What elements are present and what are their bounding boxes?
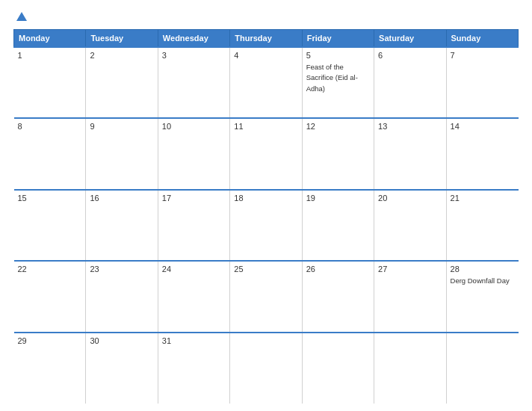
calendar-cell: 17 [158, 190, 229, 261]
calendar-cell: 7 [446, 47, 518, 118]
calendar-cell: 13 [374, 118, 446, 189]
calendar-cell: 11 [230, 118, 302, 189]
day-number: 18 [234, 194, 297, 203]
event-text: Feast of the Sacrifice (Eid al-Adha) [306, 63, 358, 93]
calendar-cell: 25 [230, 261, 302, 332]
week-row-4: 22232425262728Derg Downfall Day [14, 261, 519, 332]
logo-triangle-icon [16, 12, 27, 21]
calendar-cell: 30 [86, 333, 158, 404]
calendar-cell: 19 [302, 190, 374, 261]
calendar-cell: 6 [374, 47, 446, 118]
day-number: 14 [451, 122, 515, 131]
calendar-cell: 31 [158, 333, 229, 404]
week-row-3: 15161718192021 [14, 190, 519, 261]
day-number: 4 [234, 51, 297, 60]
weekday-header-sunday: Sunday [446, 30, 518, 48]
calendar-cell: 5Feast of the Sacrifice (Eid al-Adha) [302, 47, 374, 118]
day-number: 22 [18, 265, 82, 274]
calendar-cell [374, 333, 446, 404]
day-number: 27 [378, 265, 442, 274]
day-number: 9 [90, 122, 153, 131]
calendar-cell: 12 [302, 118, 374, 189]
weekday-header-tuesday: Tuesday [86, 30, 158, 48]
week-row-2: 891011121314 [14, 118, 519, 189]
calendar-cell: 2 [86, 47, 158, 118]
day-number: 1 [18, 51, 82, 60]
day-number: 17 [162, 194, 226, 203]
week-row-1: 12345Feast of the Sacrifice (Eid al-Adha… [14, 47, 519, 118]
calendar-cell: 3 [158, 47, 229, 118]
calendar-cell: 14 [446, 118, 518, 189]
calendar-cell: 16 [86, 190, 158, 261]
calendar-cell: 24 [158, 261, 229, 332]
calendar-cell: 22 [14, 261, 86, 332]
day-number: 11 [234, 122, 297, 131]
weekday-header-wednesday: Wednesday [158, 30, 229, 48]
day-number: 24 [162, 265, 226, 274]
day-number: 23 [90, 265, 153, 274]
weekday-header-monday: Monday [14, 30, 86, 48]
calendar-cell: 23 [86, 261, 158, 332]
calendar-cell: 28Derg Downfall Day [446, 261, 518, 332]
calendar-cell: 18 [230, 190, 302, 261]
day-number: 6 [378, 51, 442, 60]
day-number: 10 [162, 122, 226, 131]
weekday-header-thursday: Thursday [230, 30, 302, 48]
calendar-cell: 10 [158, 118, 229, 189]
calendar-cell: 29 [14, 333, 86, 404]
calendar-header [13, 12, 519, 22]
day-number: 19 [306, 194, 370, 203]
calendar-page: MondayTuesdayWednesdayThursdayFridaySatu… [0, 0, 532, 411]
calendar-cell: 15 [14, 190, 86, 261]
weekday-header-friday: Friday [302, 30, 374, 48]
day-number: 21 [451, 194, 515, 203]
calendar-cell: 4 [230, 47, 302, 118]
day-number: 12 [306, 122, 370, 131]
day-number: 2 [90, 51, 153, 60]
weekday-header-saturday: Saturday [374, 30, 446, 48]
calendar-cell [302, 333, 374, 404]
calendar-cell: 21 [446, 190, 518, 261]
calendar-cell: 27 [374, 261, 446, 332]
calendar-cell [230, 333, 302, 404]
day-number: 31 [162, 336, 226, 345]
day-number: 16 [90, 194, 153, 203]
week-row-5: 293031 [14, 333, 519, 404]
day-number: 26 [306, 265, 370, 274]
day-number: 30 [90, 336, 153, 345]
day-number: 3 [162, 51, 226, 60]
day-number: 28 [451, 265, 515, 274]
calendar-cell: 9 [86, 118, 158, 189]
calendar-cell: 1 [14, 47, 86, 118]
day-number: 7 [451, 51, 515, 60]
day-number: 8 [18, 122, 82, 131]
day-number: 15 [18, 194, 82, 203]
calendar-cell: 8 [14, 118, 86, 189]
day-number: 25 [234, 265, 297, 274]
weekday-header-row: MondayTuesdayWednesdayThursdayFridaySatu… [14, 30, 519, 48]
calendar-table: MondayTuesdayWednesdayThursdayFridaySatu… [13, 29, 519, 404]
day-number: 20 [378, 194, 442, 203]
calendar-cell: 20 [374, 190, 446, 261]
event-text: Derg Downfall Day [451, 276, 510, 285]
day-number: 13 [378, 122, 442, 131]
day-number: 5 [306, 51, 370, 60]
calendar-cell: 26 [302, 261, 374, 332]
day-number: 29 [18, 336, 82, 345]
calendar-cell [446, 333, 518, 404]
logo [13, 12, 27, 22]
